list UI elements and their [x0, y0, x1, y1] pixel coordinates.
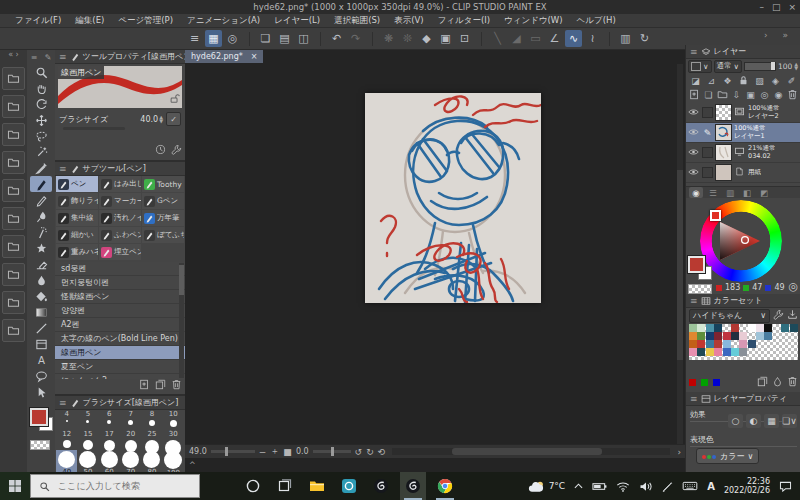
lock-alpha-icon[interactable]: ▨	[752, 74, 767, 87]
new-folder-icon[interactable]	[716, 88, 729, 101]
brush-size-100[interactable]: 100	[163, 450, 184, 472]
menu-item-8[interactable]: フィルター(I)	[431, 15, 497, 27]
brush-size-15[interactable]: 15	[77, 430, 98, 450]
tone-effect-icon[interactable]: ◐	[746, 414, 761, 428]
clip-studio-paint-icon[interactable]	[400, 472, 426, 500]
brush-list-scroll-thumb[interactable]	[179, 265, 184, 295]
quick-color-swatch-2[interactable]	[701, 379, 708, 386]
rotate-tool[interactable]	[30, 96, 52, 112]
figure-tool[interactable]	[30, 320, 52, 336]
color-swatch-3-11[interactable]	[773, 340, 781, 348]
wifi-icon[interactable]	[616, 481, 630, 492]
brush-size-40[interactable]: 40	[56, 450, 77, 472]
apply-mask-icon[interactable]: ◉	[772, 88, 785, 101]
brush-list-item-4[interactable]: 양양펜	[55, 304, 185, 318]
lock-layer-icon[interactable]	[736, 74, 751, 87]
brush-size-panel-header[interactable]: ≡ ブラシサイズ[線画用ペン]	[55, 396, 185, 410]
document-tab[interactable]: hyde62.png* ×	[185, 50, 263, 63]
brush-size-50[interactable]: 50	[77, 450, 98, 472]
new-vector-layer-icon[interactable]: ❏	[702, 88, 715, 101]
layer-thumbnail[interactable]	[715, 164, 732, 181]
color-swatch-4-2[interactable]	[697, 348, 705, 356]
workspace-folder-5-icon[interactable]	[2, 179, 25, 202]
pen-curve-icon[interactable]: ≀	[584, 30, 601, 47]
brush-size-17[interactable]: 17	[99, 430, 120, 450]
onion-skin-icon[interactable]: ❖	[720, 74, 735, 87]
menu-item-10[interactable]: ヘルプ(H)	[570, 15, 623, 27]
save-file-icon[interactable]: ◫	[295, 30, 312, 47]
zoom-slider[interactable]	[211, 450, 255, 453]
color-swatch-1-7[interactable]	[739, 324, 747, 332]
subtool-3[interactable]: Toothy	[142, 176, 184, 192]
palette-dock-icon[interactable]: ▥	[617, 30, 634, 47]
layer-visibility-eye-icon[interactable]	[688, 168, 700, 178]
clip-studio-icon[interactable]	[368, 472, 394, 500]
menu-item-9[interactable]: ウィンドウ(W)	[497, 15, 570, 27]
close-button[interactable]: ×	[788, 2, 796, 12]
delete-color-icon[interactable]	[787, 376, 798, 389]
color-swatch-1-6[interactable]	[731, 324, 739, 332]
scroll-right-icon[interactable]: ›	[677, 447, 681, 457]
workspace-folder-8-icon[interactable]	[2, 263, 25, 286]
border-effect-icon[interactable]: ○	[728, 414, 743, 428]
canvas-vertical-scroll-thumb[interactable]	[677, 170, 683, 360]
brush-size-indicator-bar[interactable]	[63, 127, 125, 130]
color-swatch-3-6[interactable]	[731, 340, 739, 348]
restore-defaults-icon[interactable]	[155, 144, 166, 157]
approx-color-tab[interactable]: ◩	[757, 187, 771, 198]
fit-to-screen-icon[interactable]: ■	[283, 447, 292, 457]
color-swatch-3-10[interactable]	[764, 340, 772, 348]
add-color-icon[interactable]	[757, 376, 768, 389]
color-swatch-1-3[interactable]	[706, 324, 714, 332]
eyedropper-tool[interactable]	[30, 160, 52, 176]
invert-selection-icon[interactable]: ▣	[437, 30, 454, 47]
layer-color-icon[interactable]: ❏∨	[782, 414, 797, 428]
brush-size-10[interactable]: 10	[163, 410, 184, 430]
subtool-6[interactable]: Gペン	[142, 193, 184, 209]
hand-tool[interactable]	[30, 80, 52, 96]
draft-layer-icon[interactable]: ✐	[784, 74, 799, 87]
menu-item-2[interactable]: 編集(E)	[68, 15, 111, 27]
menu-item-7[interactable]: 表示(V)	[387, 15, 430, 27]
color-set-select[interactable]: ハイドちゃん∨	[689, 309, 770, 323]
layer-visibility-eye-icon[interactable]	[688, 108, 700, 118]
brush-list-item-1[interactable]: sd뭉펜	[55, 262, 185, 276]
fill-tool[interactable]	[30, 288, 52, 304]
color-swatch-4-4[interactable]	[714, 348, 722, 356]
opacity-spinner[interactable]: ▲▼	[794, 62, 798, 70]
open-file-icon[interactable]: ▤	[276, 30, 293, 47]
subtool-8[interactable]: 汚れノイズ	[99, 210, 141, 226]
canvas-document[interactable]	[365, 93, 541, 303]
statusbar-collapse-icon[interactable]: ^	[189, 461, 196, 470]
brush-size-spinner[interactable]: ▲▼	[159, 115, 163, 123]
frame-border-tool[interactable]	[30, 336, 52, 352]
color-swatch-1-8[interactable]	[748, 324, 756, 332]
zoom-value[interactable]: 49.0	[189, 447, 207, 456]
brush-list-item-7[interactable]: 線画用ペン	[55, 346, 185, 360]
tool-property-header[interactable]: ≡ ツールプロパティ[線画用ペン]	[55, 50, 185, 64]
workspace-folder-10-icon[interactable]	[2, 319, 25, 342]
sub-tool-header[interactable]: ≡ サブツール[ペン]	[55, 162, 185, 176]
workspace-folder-6-icon[interactable]	[2, 207, 25, 230]
menu-item-6[interactable]: 選択範囲(S)	[327, 15, 387, 27]
subtool-2[interactable]: はみ出し	[99, 176, 141, 192]
main-menu-icon[interactable]: ≡	[186, 30, 203, 47]
color-swatch-2-3[interactable]	[706, 332, 714, 340]
zoom-out-icon[interactable]: −	[259, 447, 267, 457]
color-swatch-2-10[interactable]	[764, 332, 772, 340]
chrome-icon[interactable]	[432, 472, 458, 500]
layer-property-header[interactable]: ≡ レイヤープロパティ	[686, 392, 800, 406]
color-swatch-3-5[interactable]	[723, 340, 731, 348]
color-set-header[interactable]: ≡ カラーセット	[686, 294, 800, 308]
workspace-folder-9-icon[interactable]	[2, 291, 25, 314]
color-swatch-3-12[interactable]	[781, 340, 789, 348]
color-swatch-3-2[interactable]	[697, 340, 705, 348]
search-input[interactable]	[56, 480, 180, 492]
eraser-tool[interactable]	[30, 256, 52, 272]
undo-icon[interactable]: ↶	[328, 30, 345, 47]
workspace-folder-2-icon[interactable]	[2, 95, 25, 118]
unlock-icon[interactable]	[169, 93, 180, 106]
subtool-1[interactable]: ペン	[56, 176, 98, 192]
workspace-folder-1-icon[interactable]	[2, 67, 25, 90]
color-swatch-3-7[interactable]	[739, 340, 747, 348]
